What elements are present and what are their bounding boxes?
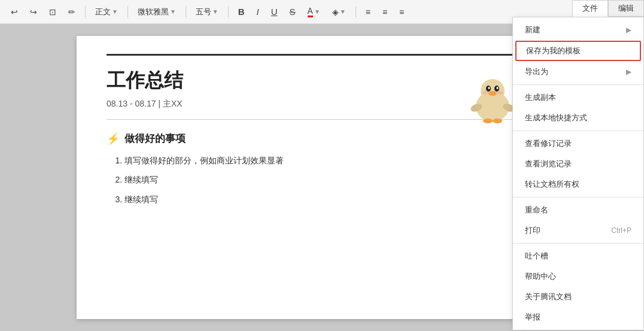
file-dropdown-menu: 新建 ▶ 保存为我的模板 导出为 ▶ 生成副本 生成本地快捷方式 查看修订记录 … [512, 17, 644, 330]
menu-local-shortcut[interactable]: 生成本地快捷方式 [513, 108, 643, 128]
top-divider [107, 54, 537, 56]
eraser-icon: ✏ [68, 7, 75, 17]
style-arrow: ▼ [112, 8, 118, 15]
menu-rename[interactable]: 重命名 [513, 200, 643, 220]
menu-transfer-owner[interactable]: 转让文档所有权 [513, 174, 643, 195]
svg-point-5 [497, 87, 499, 89]
file-menu-label: 文件 [582, 3, 598, 14]
highlight-icon: ◈ [332, 7, 339, 17]
format-icon: ⊡ [49, 7, 56, 17]
divider-3 [513, 197, 643, 198]
menu-print[interactable]: 打印 Ctrl+P [513, 220, 643, 241]
print-shortcut: Ctrl+P [611, 226, 631, 235]
list-item: 填写做得好的部分，例如商业计划效果显著 [124, 154, 537, 167]
font-color-button[interactable]: A ▼ [304, 4, 324, 20]
align-left-icon: ≡ [366, 7, 370, 17]
svg-point-12 [493, 119, 502, 123]
cartoon-character [466, 72, 520, 126]
bold-icon: B [238, 7, 245, 17]
align-left-button[interactable]: ≡ [362, 5, 374, 19]
align-right-icon: ≡ [399, 7, 404, 17]
document-page: 工作总结 08.13 - 08.17 | 主XX ⚡ 做得好的事项 填写做得好的… [77, 36, 567, 319]
svg-point-11 [483, 119, 493, 123]
font-dropdown[interactable]: 微软雅黑 ▼ [134, 5, 180, 19]
color-arrow: ▼ [314, 8, 320, 15]
menu-export[interactable]: 导出为 ▶ [513, 62, 643, 82]
menu-new[interactable]: 新建 ▶ [513, 20, 643, 40]
align-center-icon: ≡ [382, 7, 387, 17]
align-center-button[interactable]: ≡ [379, 5, 391, 19]
size-dropdown[interactable]: 五号 ▼ [192, 5, 222, 19]
document-list: 填写做得好的部分，例如商业计划效果显著 继续填写 继续填写 [107, 154, 537, 206]
font-arrow: ▼ [170, 8, 176, 15]
svg-point-4 [488, 87, 490, 89]
size-label: 五号 [196, 7, 211, 17]
separator-1 [85, 6, 86, 18]
separator-3 [186, 6, 186, 18]
section1-heading: ⚡ 做得好的事项 [107, 132, 537, 145]
menu-view-browse[interactable]: 查看浏览记录 [513, 154, 643, 174]
list-item: 继续填写 [124, 193, 537, 206]
list-item: 继续填写 [124, 173, 537, 186]
menu-save-template[interactable]: 保存为我的模板 [515, 41, 641, 61]
redo-button[interactable]: ↪ [26, 5, 41, 19]
svg-point-7 [482, 91, 488, 95]
divider-1 [513, 84, 643, 85]
size-arrow: ▼ [212, 8, 218, 15]
svg-point-8 [497, 91, 503, 95]
menu-report[interactable]: 举报 [513, 307, 643, 327]
strikethrough-icon: S [290, 7, 296, 17]
font-label: 微软雅黑 [138, 7, 169, 17]
edit-menu-item[interactable]: 编辑 [608, 0, 644, 17]
highlight-arrow: ▼ [340, 8, 346, 15]
separator-4 [228, 6, 229, 18]
redo-icon: ↪ [30, 7, 37, 17]
align-right-button[interactable]: ≡ [396, 5, 408, 19]
new-arrow: ▶ [626, 26, 631, 34]
top-menu-bar: 文件 编辑 [572, 0, 644, 17]
font-color-icon: A [308, 6, 313, 17]
divider-4 [513, 243, 643, 244]
separator-2 [127, 6, 128, 18]
undo-button[interactable]: ↩ [7, 5, 22, 19]
section1-heading-text: 做得好的事项 [124, 132, 186, 145]
divider-2 [513, 130, 643, 131]
style-dropdown[interactable]: 正文 ▼ [92, 5, 121, 19]
export-arrow: ▶ [626, 68, 631, 76]
italic-icon: I [257, 7, 259, 17]
separator-5 [356, 6, 356, 18]
underline-button[interactable]: U [268, 4, 281, 19]
file-menu-item[interactable]: 文件 [572, 0, 608, 17]
highlight-button[interactable]: ◈ ▼ [329, 5, 350, 19]
svg-point-6 [488, 91, 497, 96]
eraser-button[interactable]: ✏ [65, 5, 79, 19]
lightning-icon: ⚡ [107, 132, 120, 145]
menu-make-copy[interactable]: 生成副本 [513, 87, 643, 108]
format-button[interactable]: ⊡ [45, 5, 60, 19]
menu-view-revisions[interactable]: 查看修订记录 [513, 133, 643, 154]
edit-menu-label: 编辑 [618, 3, 634, 14]
strikethrough-button[interactable]: S [286, 4, 299, 19]
undo-icon: ↩ [11, 7, 18, 17]
menu-about[interactable]: 关于腾讯文档 [513, 287, 643, 307]
menu-help[interactable]: 帮助中心 [513, 266, 643, 287]
bold-button[interactable]: B [235, 4, 248, 19]
italic-button[interactable]: I [253, 4, 263, 19]
underline-icon: U [271, 7, 278, 17]
menu-complain[interactable]: 吐个槽 [513, 246, 643, 266]
style-label: 正文 [95, 7, 111, 17]
